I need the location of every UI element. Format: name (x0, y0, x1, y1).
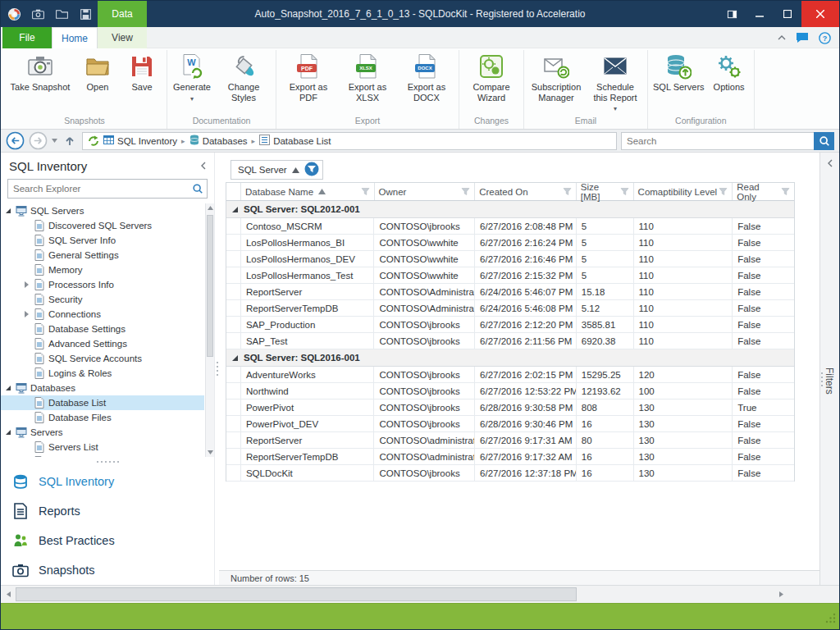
explorer-search-input[interactable] (8, 184, 189, 194)
collapse-node-icon[interactable] (5, 430, 11, 435)
feedback-icon[interactable] (796, 32, 809, 43)
collapse-node-icon[interactable] (5, 386, 11, 390)
scroll-thumb[interactable] (207, 215, 213, 357)
tree-item-servers-list[interactable]: Servers List (1, 440, 204, 454)
column-header-size-mb[interactable]: Size [MB] (577, 183, 634, 200)
tree-item-security[interactable]: Security (1, 292, 204, 307)
filter-funnel-icon[interactable] (361, 187, 370, 196)
column-header-database-name[interactable]: Database Name (241, 183, 375, 200)
go-icon[interactable] (88, 135, 99, 148)
search-icon[interactable] (814, 132, 834, 150)
tree-scrollbar[interactable] (205, 203, 214, 457)
tab-home[interactable]: Home (52, 27, 98, 48)
tree-item-sql-server-info[interactable]: SQL Server Info (1, 233, 204, 248)
take-snapshot-button[interactable]: Take Snapshot (5, 50, 75, 114)
schedule-this-report-button[interactable]: Schedule this Report▾ (586, 50, 645, 114)
sidebar-nav-snapshots[interactable]: Snapshots (1, 555, 214, 585)
export-as-docx-button[interactable]: DOCXExport as DOCX (397, 50, 456, 114)
close-button[interactable] (801, 1, 839, 27)
collapse-group-icon[interactable] (232, 355, 238, 361)
expand-node-icon[interactable] (23, 311, 30, 317)
tree-item-database-files[interactable]: Database Files (1, 410, 204, 425)
column-header-comaptibility-level[interactable]: Comaptibility Level (634, 183, 733, 200)
column-header-created-on[interactable]: Created On (475, 183, 577, 200)
options-button[interactable]: Options (707, 50, 751, 114)
change-styles-button[interactable]: Change Styles (214, 50, 273, 114)
collapse-sidebar-icon[interactable] (201, 161, 206, 172)
tab-file[interactable]: File (2, 27, 52, 48)
table-row[interactable]: ReportServerCONTOSO\administrator6/27/20… (226, 432, 794, 449)
horizontal-scrollbar[interactable] (1, 585, 839, 603)
sidebar-nav-sql-inventory[interactable]: SQL Inventory (1, 467, 214, 496)
group-filter-icon[interactable] (304, 162, 319, 178)
breadcrumb-item-database-list[interactable]: Database List (259, 135, 331, 147)
group-row-sql-server-sql2016-001[interactable]: SQL Server: SQL2016-001 (226, 349, 794, 367)
table-row[interactable]: Contoso_MSCRMCONTOSO\jbrooks6/27/2016 2:… (226, 218, 794, 235)
filter-funnel-icon[interactable] (620, 187, 629, 196)
help-icon[interactable]: ? (819, 32, 831, 44)
filter-funnel-icon[interactable] (781, 187, 790, 196)
tree-item-database-list[interactable]: Database List (1, 395, 204, 410)
snapshot-camera-icon[interactable] (30, 6, 46, 22)
collapse-group-icon[interactable] (232, 207, 238, 212)
open-button[interactable]: Open (75, 50, 120, 114)
save-button[interactable]: Save (120, 50, 164, 114)
generate-button[interactable]: WGenerate▾ (170, 50, 214, 114)
export-as-xlsx-button[interactable]: XLSXExport as XLSX (338, 50, 397, 114)
sidebar-splitter[interactable] (1, 457, 214, 467)
table-row[interactable]: SAP_TestCONTOSO\jbrooks6/27/2016 2:11:56… (226, 333, 794, 349)
table-row[interactable]: ReportServerTempDBCONTOSO\administrator6… (226, 449, 794, 465)
table-row[interactable]: LosPollosHermanos_DEVCONTOSO\wwhite6/27/… (226, 251, 794, 267)
tree-item-general-settings[interactable]: General Settings (1, 248, 204, 262)
table-row[interactable]: PowerPivotCONTOSO\jbrooks6/28/2016 9:30:… (226, 399, 794, 416)
tree-item-connections[interactable]: Connections (1, 307, 204, 322)
filter-funnel-icon[interactable] (563, 187, 572, 196)
expand-node-icon[interactable] (23, 281, 30, 288)
history-dropdown-icon[interactable] (52, 139, 57, 143)
breadcrumb-item-sql-inventory[interactable]: SQL Inventory (103, 135, 177, 147)
filters-panel-tab[interactable]: Filters (819, 153, 839, 585)
forward-button[interactable] (29, 131, 48, 150)
tree-item-processors-info[interactable]: Processors Info (1, 277, 204, 292)
tree-item-logins-roles[interactable]: Logins & Roles (1, 366, 204, 381)
resize-grip[interactable] (825, 613, 836, 626)
table-row[interactable]: ReportServerTempDBCONTOSO\Administrator6… (226, 300, 794, 317)
sidebar-nav-reports[interactable]: Reports (1, 496, 214, 526)
tree-item-memory[interactable]: Memory (1, 262, 204, 277)
contextual-tab-data[interactable]: Data (98, 1, 147, 27)
tree-item-servers[interactable]: Servers (1, 425, 204, 440)
table-row[interactable]: ReportServerCONTOSO\Administrator6/24/20… (226, 284, 794, 300)
expand-filters-icon[interactable] (820, 159, 840, 167)
scroll-right-icon[interactable] (774, 586, 788, 603)
collapse-ribbon-icon[interactable] (778, 35, 786, 40)
group-row-sql-server-sql2012-001[interactable]: SQL Server: SQL2012-001 (226, 201, 794, 218)
scroll-up-icon[interactable] (206, 203, 214, 212)
table-row[interactable]: AdventureWorksCONTOSO\jbrooks6/27/2016 2… (226, 367, 794, 383)
back-button[interactable] (6, 131, 25, 150)
tree-item-sql-servers[interactable]: SQL Servers (1, 203, 204, 218)
filter-funnel-icon[interactable] (461, 187, 470, 196)
export-as-pdf-button[interactable]: PDFExport as PDF (279, 50, 338, 114)
sql-servers-button[interactable]: SQL Servers (651, 50, 707, 114)
table-row[interactable]: SAP_ProductionCONTOSO\jbrooks6/27/2016 2… (226, 317, 794, 333)
scroll-thumb[interactable] (16, 587, 577, 601)
tree-item-advanced-settings[interactable]: Advanced Settings (1, 336, 204, 351)
scroll-left-icon[interactable] (1, 586, 16, 603)
column-header-owner[interactable]: Owner (375, 183, 476, 200)
tree-item-databases[interactable]: Databases (1, 381, 204, 395)
minimize-button[interactable] (746, 1, 774, 27)
scroll-down-icon[interactable] (206, 448, 214, 457)
restore-layout-icon[interactable] (718, 1, 746, 27)
tree-item-database-settings[interactable]: Database Settings (1, 322, 204, 336)
tree-item-discovered-sql-servers[interactable]: Discovered SQL Servers (1, 218, 204, 233)
table-row[interactable]: LosPollosHermanos_BICONTOSO\wwhite6/27/2… (226, 235, 794, 251)
compare-wizard-button[interactable]: Compare Wizard (462, 50, 521, 114)
table-row[interactable]: SQLDocKitCONTOSO\jbrooks6/27/2016 12:37:… (226, 465, 794, 482)
scroll-track[interactable] (16, 586, 774, 603)
table-row[interactable]: LosPollosHermanos_TestCONTOSO\wwhite6/27… (226, 267, 794, 284)
sidebar-nav-best-practices[interactable]: Best Practices (1, 526, 214, 555)
open-folder-icon[interactable] (53, 6, 70, 22)
app-logo-icon[interactable] (6, 6, 22, 22)
tab-view[interactable]: View (98, 27, 147, 48)
column-header-read-only[interactable]: Read Only (733, 183, 794, 200)
